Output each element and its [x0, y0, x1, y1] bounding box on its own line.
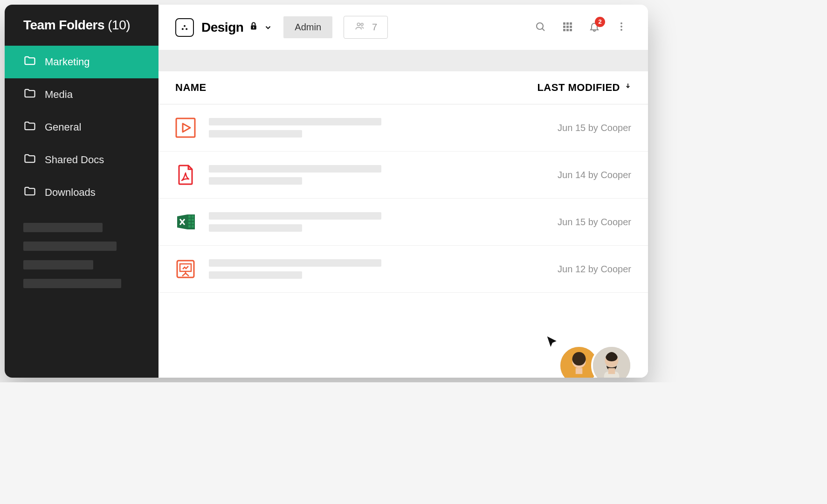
sidebar-item-general[interactable]: General — [5, 111, 159, 144]
placeholder-line — [209, 224, 302, 232]
folder-icon — [23, 185, 36, 200]
svg-point-1 — [186, 28, 187, 30]
svg-point-18 — [620, 22, 622, 24]
svg-rect-10 — [566, 22, 569, 25]
placeholder-line — [209, 165, 381, 173]
notifications-button[interactable]: 2 — [585, 18, 604, 37]
svg-rect-35 — [188, 219, 191, 221]
placeholder-line — [209, 130, 302, 138]
placeholder-bar — [23, 242, 117, 251]
file-row[interactable]: Jun 15 by Cooper — [159, 199, 648, 246]
sidebar-title: Team Folders (10) — [5, 18, 159, 46]
placeholder-line — [209, 118, 381, 125]
file-modified: Jun 12 by Cooper — [558, 264, 631, 275]
more-button[interactable] — [612, 18, 631, 37]
presentation-file-icon — [175, 259, 196, 279]
folder-icon — [23, 54, 36, 70]
toolbar-strip — [159, 50, 648, 71]
svg-rect-54 — [608, 368, 615, 374]
svg-rect-39 — [188, 225, 191, 228]
svg-point-5 — [357, 23, 360, 26]
svg-rect-4 — [254, 26, 255, 28]
search-icon — [535, 21, 546, 34]
cursor-pointer-icon — [545, 335, 559, 352]
breadcrumb-folder-icon[interactable] — [175, 18, 194, 37]
svg-point-20 — [620, 29, 622, 31]
column-header: NAME LAST MODIFIED — [159, 71, 648, 104]
placeholder-line — [209, 177, 302, 185]
svg-point-0 — [182, 28, 184, 30]
placeholder-line — [209, 212, 381, 220]
svg-point-6 — [361, 23, 363, 26]
svg-rect-15 — [563, 29, 565, 31]
app-window: Team Folders (10) Marketing Media Gene — [5, 5, 648, 378]
sidebar-item-label: Marketing — [45, 56, 140, 68]
file-row[interactable]: Jun 15 by Cooper — [159, 104, 648, 152]
svg-rect-11 — [570, 22, 572, 25]
svg-rect-38 — [192, 222, 194, 224]
placeholder-bar — [23, 260, 93, 269]
lock-icon — [249, 20, 258, 35]
people-chip[interactable]: 7 — [344, 16, 388, 39]
topbar: Design Admin 7 — [159, 5, 648, 50]
folder-icon — [23, 152, 36, 168]
chevron-down-icon — [264, 20, 272, 35]
svg-rect-37 — [188, 222, 191, 224]
column-last-modified[interactable]: LAST MODIFIED — [537, 82, 631, 94]
more-vertical-icon — [616, 21, 627, 34]
svg-point-19 — [620, 26, 622, 28]
svg-rect-33 — [188, 215, 191, 218]
svg-rect-50 — [576, 368, 583, 374]
breadcrumb-title-group[interactable]: Design — [201, 20, 272, 35]
file-name-placeholder — [209, 118, 544, 138]
presence-avatars — [567, 345, 632, 378]
video-file-icon — [175, 117, 196, 138]
sidebar: Team Folders (10) Marketing Media Gene — [5, 5, 159, 378]
placeholder-bar — [23, 279, 121, 288]
notification-badge: 2 — [595, 17, 605, 27]
role-label: Admin — [295, 22, 321, 32]
role-chip[interactable]: Admin — [283, 16, 332, 38]
svg-rect-17 — [570, 29, 572, 31]
svg-rect-36 — [192, 219, 194, 221]
sidebar-item-media[interactable]: Media — [5, 78, 159, 111]
grid-icon — [562, 21, 573, 34]
apps-grid-button[interactable] — [558, 18, 577, 37]
placeholder-bar — [23, 223, 103, 232]
sidebar-item-marketing[interactable]: Marketing — [5, 46, 159, 78]
people-icon — [354, 21, 365, 34]
column-name[interactable]: NAME — [175, 82, 537, 94]
sidebar-list: Marketing Media General Shared Docs — [5, 46, 159, 209]
svg-rect-12 — [563, 26, 565, 28]
avatar[interactable] — [591, 345, 632, 378]
folder-icon — [23, 87, 36, 103]
svg-point-2 — [184, 25, 186, 27]
column-modified-label: LAST MODIFIED — [537, 82, 620, 94]
svg-rect-21 — [176, 118, 195, 137]
search-button[interactable] — [531, 18, 550, 37]
svg-rect-13 — [566, 26, 569, 28]
people-count: 7 — [372, 22, 377, 33]
file-name-placeholder — [209, 165, 544, 185]
file-modified: Jun 14 by Cooper — [558, 170, 631, 180]
placeholder-line — [209, 271, 302, 279]
svg-rect-34 — [192, 215, 194, 218]
file-name-placeholder — [209, 259, 544, 279]
sidebar-title-count: (10) — [108, 18, 130, 32]
svg-rect-40 — [192, 225, 194, 228]
file-row[interactable]: Jun 12 by Cooper — [159, 246, 648, 293]
file-name-placeholder — [209, 212, 544, 232]
sidebar-item-shared-docs[interactable]: Shared Docs — [5, 144, 159, 176]
svg-marker-22 — [183, 124, 190, 132]
file-modified: Jun 15 by Cooper — [558, 217, 631, 228]
folder-icon — [23, 119, 36, 135]
sidebar-item-label: Shared Docs — [45, 154, 140, 166]
svg-rect-14 — [570, 26, 572, 28]
sidebar-item-label: General — [45, 121, 140, 133]
placeholder-line — [209, 259, 381, 267]
file-modified: Jun 15 by Cooper — [558, 123, 631, 133]
breadcrumb-title: Design — [201, 20, 243, 35]
sidebar-item-label: Media — [45, 89, 140, 101]
file-row[interactable]: Jun 14 by Cooper — [159, 152, 648, 199]
sidebar-item-downloads[interactable]: Downloads — [5, 176, 159, 209]
